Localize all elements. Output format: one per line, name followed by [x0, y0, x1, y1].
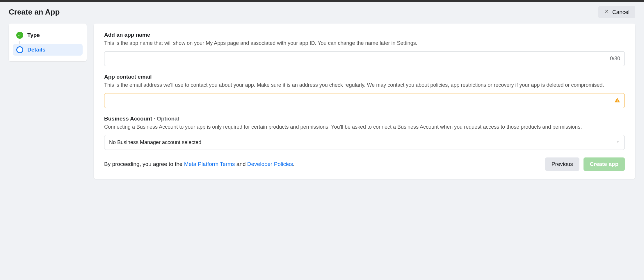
optional-tag: · Optional [152, 116, 179, 122]
section-contact-email: App contact email This is the email addr… [104, 74, 625, 108]
contact-email-title: App contact email [104, 74, 625, 80]
terms-prefix: By proceeding, you agree to the [104, 161, 184, 167]
create-app-button[interactable]: Create app [583, 157, 625, 171]
contact-email-desc: This is the email address we'll use to c… [104, 81, 625, 89]
business-title-text: Business Account [104, 116, 152, 122]
content: Type Details Add an app name This is the… [0, 24, 644, 188]
business-account-select[interactable]: No Business Manager account selected [104, 135, 625, 150]
step-label: Type [27, 32, 40, 38]
cancel-button[interactable]: Cancel [598, 6, 635, 18]
footer-row: By proceeding, you agree to the Meta Pla… [104, 157, 625, 171]
terms-text: By proceeding, you agree to the Meta Pla… [104, 161, 294, 167]
developer-policies-link[interactable]: Developer Policies [247, 161, 293, 167]
sidebar: Type Details [9, 24, 87, 61]
step-connector [19, 41, 20, 44]
close-icon [604, 9, 609, 15]
platform-terms-link[interactable]: Meta Platform Terms [184, 161, 235, 167]
contact-email-input[interactable] [104, 93, 625, 108]
button-group: Previous Create app [545, 157, 625, 171]
business-account-title: Business Account · Optional [104, 116, 625, 122]
section-app-name: Add an app name This is the app name tha… [104, 32, 625, 66]
business-select-wrap: No Business Manager account selected [104, 135, 625, 150]
previous-button[interactable]: Previous [545, 157, 579, 171]
caret-down-icon [616, 139, 620, 146]
step-label: Details [27, 47, 45, 53]
section-business-account: Business Account · Optional Connecting a… [104, 116, 625, 150]
page-title: Create an App [9, 8, 60, 17]
header: Create an App Cancel [0, 2, 644, 24]
sidebar-step-type[interactable]: Type [13, 29, 83, 41]
circle-outline-icon [16, 46, 23, 53]
contact-email-input-wrap [104, 93, 625, 108]
sidebar-step-details[interactable]: Details [13, 44, 83, 56]
app-name-input-wrap: 0/30 [104, 51, 625, 66]
main-card: Add an app name This is the app name tha… [94, 24, 635, 179]
app-name-desc: This is the app name that will show on y… [104, 39, 625, 47]
business-account-desc: Connecting a Business Account to your ap… [104, 123, 625, 131]
app-name-title: Add an app name [104, 32, 625, 38]
top-bar [0, 0, 644, 2]
cancel-label: Cancel [612, 9, 629, 15]
check-circle-icon [16, 32, 23, 39]
select-value: No Business Manager account selected [109, 139, 201, 146]
terms-suffix: . [293, 161, 294, 167]
terms-mid: and [235, 161, 247, 167]
app-name-input[interactable] [104, 51, 625, 66]
